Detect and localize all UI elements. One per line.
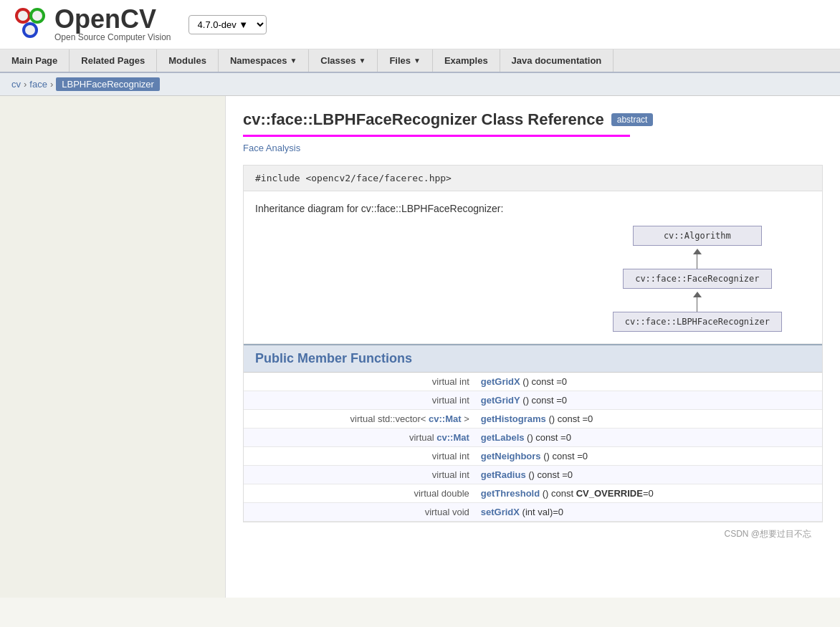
member-name-cell: getHistograms () const =0 xyxy=(475,410,822,429)
logo-subtitle: Open Source Computer Vision xyxy=(54,32,171,42)
member-name-cell: getRadius () const =0 xyxy=(475,466,822,484)
diagram-node-lbph[interactable]: cv::face::LBPHFaceRecognizer xyxy=(613,312,782,332)
page-title-row: cv::face::LBPHFaceRecognizer Class Refer… xyxy=(243,110,823,129)
member-type: virtual double xyxy=(244,484,475,503)
table-row: virtual cv::MatgetLabels () const =0 xyxy=(244,429,822,447)
member-name-cell: getNeighbors () const =0 xyxy=(475,447,822,466)
member-rest: () const =0 xyxy=(541,451,588,461)
breadcrumb-item-lbphfacerecognizer: LBPHFaceRecognizer xyxy=(56,77,160,91)
main-content: cv::face::LBPHFaceRecognizer Class Refer… xyxy=(226,96,840,598)
diagram-arrow-2 xyxy=(693,289,702,312)
logo-area: OpenCV Open Source Computer Vision xyxy=(11,6,171,43)
type-link[interactable]: cv::Mat xyxy=(429,413,462,424)
main-layout: cv::face::LBPHFaceRecognizer Class Refer… xyxy=(0,96,840,598)
diagram-container: cv::Algorithm cv::face::FaceRecognizer c… xyxy=(613,226,782,332)
member-type: virtual int xyxy=(244,466,475,484)
breadcrumb: cv›face›LBPHFaceRecognizer xyxy=(0,73,840,96)
page-title: cv::face::LBPHFaceRecognizer Class Refer… xyxy=(243,110,604,129)
member-name-cell: setGridX (int val)=0 xyxy=(475,503,822,522)
abstract-badge: abstract xyxy=(611,113,654,126)
breadcrumb-item-cv[interactable]: cv xyxy=(11,79,21,90)
member-name[interactable]: getRadius xyxy=(481,469,526,480)
inheritance-label: Inheritance diagram for cv::face::LBPHFa… xyxy=(255,203,811,214)
sidebar xyxy=(0,96,226,598)
version-select[interactable]: 4.7.0-dev ▼ xyxy=(188,15,267,34)
nav-item-examples[interactable]: Examples xyxy=(433,49,500,72)
logo-text-area: OpenCV Open Source Computer Vision xyxy=(54,6,171,42)
member-name[interactable]: getLabels xyxy=(481,432,525,443)
nav-item-classes[interactable]: Classes▼ xyxy=(309,49,378,72)
nav-arrow-namespaces: ▼ xyxy=(290,57,297,64)
member-rest: (int val)=0 xyxy=(520,507,563,517)
pmf-header: Public Member Functions xyxy=(244,344,822,373)
member-rest: () const =0 xyxy=(520,395,567,406)
pmf-section: Public Member Functions virtual intgetGr… xyxy=(244,344,822,522)
face-analysis-link[interactable]: Face Analysis xyxy=(243,143,823,153)
member-name[interactable]: getGridY xyxy=(481,395,520,406)
member-type: virtual std::vector< cv::Mat > xyxy=(244,410,475,429)
logo-title: OpenCV xyxy=(54,6,171,32)
member-name-cell: getThreshold () const CV_OVERRIDE=0 xyxy=(475,484,822,503)
svg-point-3 xyxy=(32,11,42,21)
member-name-cell: getGridX () const =0 xyxy=(475,373,822,391)
nav-item-related-pages[interactable]: Related Pages xyxy=(70,49,157,72)
nav-bar: Main PageRelated PagesModulesNamespaces▼… xyxy=(0,49,840,73)
breadcrumb-item-face[interactable]: face xyxy=(29,79,47,90)
table-row: virtual intgetNeighbors () const =0 xyxy=(244,447,822,466)
member-name-cell: getGridY () const =0 xyxy=(475,391,822,410)
member-name[interactable]: getThreshold xyxy=(481,488,540,499)
member-name[interactable]: getGridX xyxy=(481,376,520,387)
highlight-line xyxy=(243,135,630,137)
footer-watermark: CSDN @想要过目不忘 xyxy=(243,522,823,546)
header: OpenCV Open Source Computer Vision 4.7.0… xyxy=(0,0,840,49)
breadcrumb-sep: › xyxy=(24,79,27,90)
member-rest: () const =0 xyxy=(520,376,567,387)
diagram-arrow-1 xyxy=(693,246,702,269)
table-row: virtual intgetRadius () const =0 xyxy=(244,466,822,484)
nav-arrow-files: ▼ xyxy=(414,57,421,64)
member-name[interactable]: getHistograms xyxy=(481,413,546,424)
table-row: virtual voidsetGridX (int val)=0 xyxy=(244,503,822,522)
table-row: virtual intgetGridY () const =0 xyxy=(244,391,822,410)
member-rest: () const CV_OVERRIDE=0 xyxy=(540,488,654,499)
member-rest: () const =0 xyxy=(524,432,571,443)
member-name[interactable]: setGridX xyxy=(481,507,520,517)
svg-point-5 xyxy=(25,25,35,35)
breadcrumb-sep: › xyxy=(50,79,53,90)
member-type: virtual int xyxy=(244,391,475,410)
nav-arrow-classes: ▼ xyxy=(358,57,366,64)
diagram-node-algorithm[interactable]: cv::Algorithm xyxy=(633,226,762,246)
nav-item-main-page[interactable]: Main Page xyxy=(0,49,70,72)
member-type: virtual void xyxy=(244,503,475,522)
inheritance-section: Inheritance diagram for cv::face::LBPHFa… xyxy=(244,191,822,344)
inheritance-diagram: cv::Algorithm cv::face::FaceRecognizer c… xyxy=(255,226,811,332)
table-row: virtual intgetGridX () const =0 xyxy=(244,373,822,391)
member-name-cell: getLabels () const =0 xyxy=(475,429,822,447)
include-block: #include <opencv2/face/facerec.hpp> xyxy=(244,166,822,191)
table-row: virtual std::vector< cv::Mat >getHistogr… xyxy=(244,410,822,429)
table-row: virtual doublegetThreshold () const CV_O… xyxy=(244,484,822,503)
member-table: virtual intgetGridX () const =0virtual i… xyxy=(244,373,822,522)
type-link[interactable]: cv::Mat xyxy=(436,432,469,443)
member-type: virtual int xyxy=(244,373,475,391)
content-box: #include <opencv2/face/facerec.hpp> Inhe… xyxy=(243,165,823,522)
member-type: virtual cv::Mat xyxy=(244,429,475,447)
nav-item-java-documentation[interactable]: Java documentation xyxy=(500,49,614,72)
member-rest: () const =0 xyxy=(526,469,573,480)
nav-item-files[interactable]: Files▼ xyxy=(378,49,433,72)
svg-point-1 xyxy=(18,11,28,21)
diagram-node-facerecognizer[interactable]: cv::face::FaceRecognizer xyxy=(623,269,771,289)
nav-item-modules[interactable]: Modules xyxy=(157,49,219,72)
opencv-logo xyxy=(11,6,49,43)
member-rest: () const =0 xyxy=(546,413,593,424)
member-name[interactable]: getNeighbors xyxy=(481,451,541,461)
cv-override: CV_OVERRIDE xyxy=(576,488,643,499)
member-type: virtual int xyxy=(244,447,475,466)
nav-item-namespaces[interactable]: Namespaces▼ xyxy=(219,49,309,72)
member-tbody: virtual intgetGridX () const =0virtual i… xyxy=(244,373,822,522)
